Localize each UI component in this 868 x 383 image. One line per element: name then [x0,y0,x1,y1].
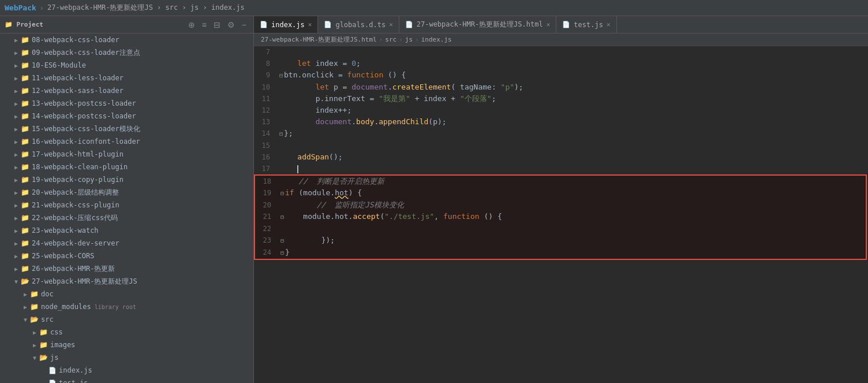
chevron-icon: ▶ [12,126,21,132]
sidebar-action-btn-2[interactable]: ≡ [200,20,209,30]
tree-item-12[interactable]: ▶ 📁 12-webpack-sass-loader [0,84,253,97]
sidebar-action-btn-4[interactable]: ⚙ [225,20,237,30]
tab-label: 27-webpack-HMR-热更新处理JS.html [417,20,543,29]
tree-item-24[interactable]: ▶ 📁 24-webpack-dev-server [0,237,253,250]
chevron-icon: ▶ [12,62,21,69]
tab-file-icon: 📄 [562,21,570,28]
line-content: // 监听指定JS模块变化 [278,199,404,211]
tree-item-label: 17-webpack-html-plugin [32,150,124,158]
tab-close-icon[interactable]: ✕ [308,21,312,28]
code-line-13: 13 document.body.appendChild(p); [254,116,868,128]
fold-arrow[interactable]: ⊟ [279,72,283,79]
folder-icon: 📁 [21,125,29,133]
code-editor[interactable]: 7 8 let index = 0; 9 ⊟btn.onclick = func… [254,46,868,383]
tree-item-index-js[interactable]: ▶ 📄 index.js [0,364,253,377]
chevron-icon: ▶ [12,151,21,158]
fold-arrow[interactable]: ⊟ [280,237,284,244]
tree-item-css[interactable]: ▶ 📁 css [0,326,253,339]
sidebar-action-btn-1[interactable]: ⊕ [186,20,197,30]
title-logo: WebPack [5,3,36,12]
code-line-22: 22 [255,223,866,235]
chevron-icon: ▶ [12,202,21,209]
tab-close-icon[interactable]: ✕ [547,21,551,28]
fold-arrow[interactable]: ⊟ [280,214,284,220]
tree-item-09[interactable]: ▶ 📁 09-webpack-css-loader注意点 [0,46,253,59]
folder-icon: 📁 [21,201,29,209]
line-content: let p = document.createElement( tagName:… [277,81,523,93]
tree-item-js[interactable]: ▼ 📂 js [0,351,253,364]
tree-item-15[interactable]: ▶ 📁 15-webpack-css-loader模块化 [0,122,253,135]
tab-test-js[interactable]: 📄 test.js ✕ [556,16,616,34]
tree-item-label: 21-webpack-css-plugin [32,201,119,209]
line-content [277,163,298,174]
chevron-icon: ▼ [30,355,39,361]
folder-icon: 📁 [21,188,29,196]
tree-item-doc[interactable]: ▶ 📁 doc [0,288,253,300]
code-line-7: 7 [254,46,868,58]
tree-item-label: 10-ES6-Module [32,61,86,69]
tree-item-13[interactable]: ▶ 📁 13-webpack-postcss-loader [0,97,253,110]
code-line-11: 11 p.innerText = "我是第" + index + "个段落"; [254,93,868,105]
tree-item-19[interactable]: ▶ 📁 19-webpack-copy-plugin [0,173,253,186]
tree-item-16[interactable]: ▶ 📁 16-webpack-iconfont-loader [0,135,253,148]
tab-globals-ts[interactable]: 📄 globals.d.ts ✕ [318,16,399,34]
tree-item-10[interactable]: ▶ 📁 10-ES6-Module [0,59,253,72]
breadcrumb-part: src [385,36,396,43]
fold-arrow[interactable]: ⊟ [280,250,284,256]
breadcrumb-part: js [405,36,413,43]
breadcrumb-part: index.js [421,36,452,43]
tab-close-icon[interactable]: ✕ [607,21,611,28]
tree-item-test-js[interactable]: ▶ 📄 test.js [0,377,253,383]
tree-item-node-modules[interactable]: ▶ 📁 node_modules library root [0,300,253,313]
chevron-icon: ▶ [30,342,39,348]
tree-item-label: index.js [59,366,92,374]
line-number: 23 [255,235,278,246]
fold-arrow[interactable]: ⊟ [279,131,283,137]
folder-icon: 📁 [21,74,29,82]
line-number: 15 [254,140,277,151]
tree-item-label: node_modules [41,303,91,311]
code-line-10: 10 let p = document.createElement( tagNa… [254,81,868,93]
sidebar-actions: ⊕ ≡ ⊟ ⚙ − [186,20,249,30]
editor-area: 📄 index.js ✕ 📄 globals.d.ts ✕ 📄 27-webpa… [254,16,868,383]
sidebar-action-btn-3[interactable]: ⊟ [211,20,223,30]
folder-icon: 📁 [21,265,29,273]
tab-27html[interactable]: 📄 27-webpack-HMR-热更新处理JS.html ✕ [399,16,557,34]
tree-item-21[interactable]: ▶ 📁 21-webpack-css-plugin [0,199,253,211]
tree-item-23[interactable]: ▶ 📁 23-webpack-watch [0,224,253,237]
line-number: 22 [255,223,278,235]
line-number: 21 [255,211,278,222]
tree-item-26[interactable]: ▶ 📁 26-webpack-HMR-热更新 [0,262,253,275]
folder-icon: 📂 [30,315,39,323]
tree-item-label: 24-webpack-dev-server [32,239,119,247]
tree-item-label: 27-webpack-HMR-热更新处理JS [32,277,137,287]
tree-item-src[interactable]: ▼ 📂 src [0,313,253,326]
tree-item-17[interactable]: ▶ 📁 17-webpack-html-plugin [0,148,253,161]
chevron-icon: ▶ [12,50,21,56]
code-line-19: 19 ⊟if (module.hot) { [255,187,866,199]
sidebar-header: 📁 Project ⊕ ≡ ⊟ ⚙ − [0,16,253,34]
tree-item-label: src [41,315,54,323]
breadcrumb: 27-webpack-HMR-热更新处理JS.html › src › js ›… [254,34,868,46]
tree-item-20[interactable]: ▶ 📁 20-webpack-层级结构调整 [0,186,253,199]
js-file-icon: 📄 [48,367,57,374]
line-number: 14 [254,128,277,139]
fold-arrow[interactable]: ⊟ [280,190,284,196]
folder-icon: 📁 [21,214,29,222]
tree-item-25[interactable]: ▶ 📁 25-webpack-CORS [0,250,253,262]
tree-item-22[interactable]: ▶ 📁 22-webpack-压缩css代码 [0,211,253,224]
tab-file-icon: 📄 [260,21,268,28]
folder-icon: 📁 [21,252,29,260]
chevron-icon: ▶ [12,37,21,43]
tab-close-icon[interactable]: ✕ [389,21,393,28]
tree-item-08[interactable]: ▶ 📁 08-webpack-css-loader [0,34,253,46]
tree-item-label: 16-webpack-iconfont-loader [32,137,140,146]
tree-item-14[interactable]: ▶ 📁 14-webpack-postcss-loader [0,110,253,122]
tree-item-11[interactable]: ▶ 📁 11-webpack-less-loader [0,72,253,84]
tree-item-images[interactable]: ▶ 📁 images [0,339,253,351]
line-content: // 判断是否开启热更新 [278,176,384,187]
sidebar-action-btn-5[interactable]: − [240,20,249,30]
tab-index-js[interactable]: 📄 index.js ✕ [254,16,318,34]
tree-item-18[interactable]: ▶ 📁 18-webpack-clean-plugin [0,161,253,173]
tree-item-27[interactable]: ▼ 📂 27-webpack-HMR-热更新处理JS [0,275,253,288]
